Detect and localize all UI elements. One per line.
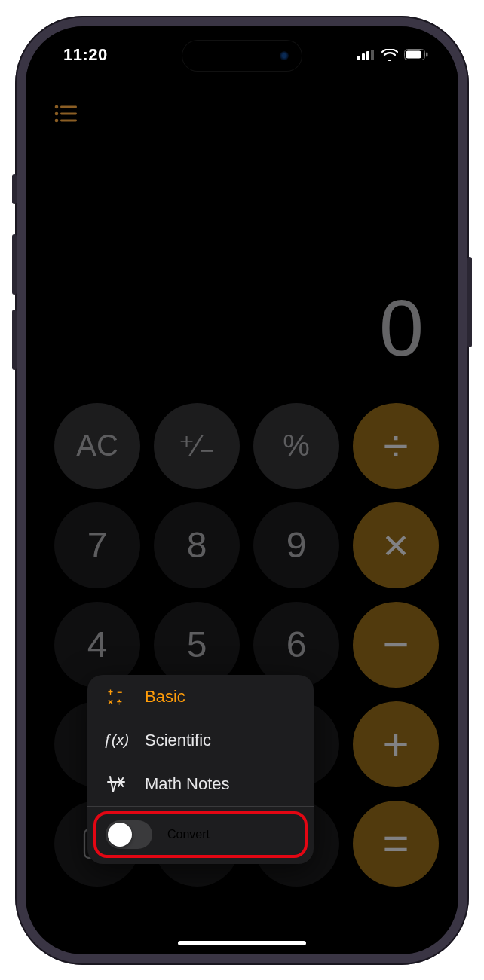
volume-down-button <box>12 310 17 370</box>
svg-text:−: − <box>117 687 122 698</box>
svg-rect-0 <box>357 56 360 60</box>
wifi-icon <box>381 49 398 61</box>
phone-frame: 11:20 <box>15 16 469 965</box>
menu-item-label: Basic <box>145 687 185 707</box>
svg-text:÷: ÷ <box>117 697 122 707</box>
mute-switch <box>12 174 17 204</box>
battery-icon <box>404 49 428 60</box>
convert-highlight: Convert <box>93 811 308 858</box>
svg-rect-2 <box>366 51 369 60</box>
svg-rect-6 <box>426 53 428 57</box>
svg-text:×: × <box>108 697 113 707</box>
menu-item-scientific[interactable]: ƒ(x) Scientific <box>87 719 314 762</box>
cellular-icon <box>357 50 375 60</box>
svg-rect-1 <box>362 53 365 60</box>
status-time: 11:20 <box>63 45 108 65</box>
menu-item-label: Math Notes <box>145 774 230 794</box>
math-notes-icon <box>104 774 128 794</box>
power-button <box>467 257 472 347</box>
function-icon: ƒ(x) <box>104 731 128 749</box>
convert-label: Convert <box>167 828 210 841</box>
screen: 11:20 <box>26 26 458 954</box>
convert-toggle[interactable] <box>106 820 152 849</box>
svg-rect-5 <box>406 51 421 59</box>
status-icons <box>357 49 428 61</box>
mode-menu: + − × ÷ Basic ƒ(x) Scientific <box>87 675 314 864</box>
svg-text:+: + <box>108 687 113 698</box>
menu-separator <box>87 806 314 807</box>
toggle-knob <box>108 823 132 847</box>
volume-up-button <box>12 234 17 295</box>
menu-item-math-notes[interactable]: Math Notes <box>87 762 314 806</box>
home-indicator[interactable] <box>178 941 306 945</box>
basic-icon: + − × ÷ <box>104 687 128 707</box>
menu-item-label: Scientific <box>145 731 211 750</box>
dynamic-island <box>182 40 302 72</box>
svg-rect-3 <box>371 50 374 60</box>
menu-item-basic[interactable]: + − × ÷ Basic <box>87 675 314 719</box>
